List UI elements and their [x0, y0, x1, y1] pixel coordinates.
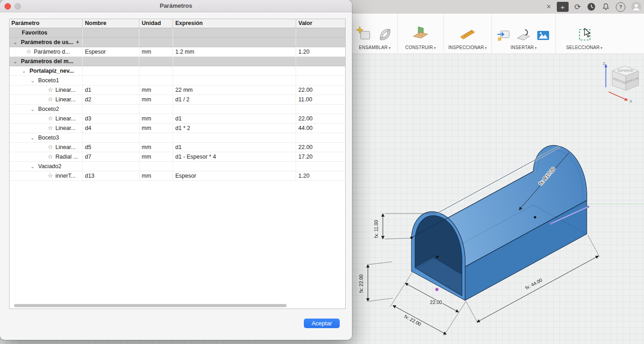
add-user-parameter-icon[interactable]: + [76, 39, 79, 45]
expand-chevron-icon[interactable]: ⌄ [30, 105, 38, 114]
new-tab-button[interactable]: + [557, 2, 569, 12]
cell-c5[interactable]: 44.00 [296, 124, 345, 133]
dimension-label-width[interactable]: 22.00 [430, 299, 442, 305]
tree-row-Vaciado2[interactable]: ⌄Vaciado2 [10, 162, 345, 171]
favorite-star-icon[interactable]: ☆ [26, 47, 34, 56]
param-row-d5[interactable]: ☆Linear...d5mmd122.00 [10, 143, 345, 152]
expand-chevron-icon[interactable]: ⌄ [13, 38, 21, 47]
cell-c3[interactable]: mm [139, 95, 173, 104]
favorite-star-icon[interactable]: ☆ [48, 124, 55, 133]
vertex-point[interactable] [436, 255, 438, 258]
toolbar-group-label[interactable]: CONSTRUIR▾ [405, 45, 436, 50]
cell-c2[interactable]: d4 [83, 124, 139, 133]
dimension-label-left-height[interactable]: fx: 22.00 [358, 274, 364, 293]
job-status-clock-icon[interactable] [587, 2, 596, 11]
expand-chevron-icon[interactable]: ⌄ [13, 57, 21, 66]
tree-row-Parámetros del m...[interactable]: ⌄Parámetros del m... [10, 57, 345, 66]
tree-row-Boceto2[interactable]: ⌄Boceto2 [10, 105, 345, 114]
toolbar-group-construir[interactable]: CONSTRUIR▾ [397, 14, 443, 54]
param-row-d7[interactable]: ☆Radial ...d7mmd1 - Espesor * 417.20 [10, 152, 345, 162]
param-row-d4[interactable]: ☆Linear...d4mmd1 * 244.00 [10, 124, 345, 133]
favorite-star-icon[interactable]: ☆ [48, 95, 55, 104]
tree-row-Boceto3[interactable]: ⌄Boceto3 [10, 133, 345, 143]
expand-chevron-icon[interactable]: ⌄ [22, 66, 30, 75]
cell-c2[interactable]: d5 [83, 143, 139, 152]
sketch-point-selected[interactable] [436, 288, 438, 291]
param-row-d13[interactable]: ☆innerT...d13mmEspesor1.20 [10, 171, 345, 181]
toolbar-group-label[interactable]: SELECCIONAR▾ [566, 45, 602, 50]
help-icon[interactable]: ? [616, 2, 625, 12]
cell-c5[interactable]: 17.20 [296, 152, 345, 161]
cell-c2[interactable]: d2 [83, 95, 139, 104]
cell-c3[interactable]: mm [139, 124, 173, 133]
cell-c5[interactable]: 1.20 [296, 47, 345, 56]
cell-c4[interactable]: d1 - Espesor * 4 [173, 152, 296, 161]
favorite-star-icon[interactable]: ☆ [48, 171, 55, 180]
vertex-point[interactable] [410, 236, 412, 239]
sync-icon[interactable]: ⟳ [575, 3, 581, 11]
user-avatar[interactable] [631, 2, 641, 12]
toolbar-group-label[interactable]: ENSAMBLAR▾ [359, 45, 391, 50]
new-component-icon[interactable] [356, 25, 372, 43]
favorite-star-icon[interactable]: ☆ [48, 143, 55, 152]
cell-c2[interactable]: d7 [83, 152, 139, 161]
column-header-expresion[interactable]: Expresión [173, 19, 296, 28]
dimension-label-length[interactable]: fx: 44.00 [525, 277, 543, 291]
dimension-label-width-fx[interactable]: fx: 22.00 [403, 314, 422, 327]
accept-button[interactable]: Aceptar [304, 319, 340, 328]
joint-icon[interactable] [376, 25, 394, 43]
cell-c5[interactable]: 22.00 [296, 85, 345, 95]
insert-derive-icon[interactable] [496, 27, 511, 43]
column-header-unidad[interactable]: Unidad [139, 19, 173, 28]
insert-mesh-icon[interactable] [515, 27, 531, 43]
toolbar-group-ensamblar[interactable]: ENSAMBLAR▾ [352, 14, 397, 54]
tree-row-Parámetros de us...[interactable]: ⌄Parámetros de us...+ [10, 38, 345, 47]
expand-chevron-icon[interactable]: ⌄ [30, 133, 38, 142]
toolbar-group-label[interactable]: INSPECCIONAR▾ [448, 45, 487, 50]
cell-c4[interactable]: d1 [173, 114, 296, 123]
cell-c2[interactable]: d3 [83, 114, 139, 123]
cell-c2[interactable]: d13 [83, 171, 139, 180]
toolbar-group-label[interactable]: INSERTAR▾ [510, 45, 536, 50]
cell-c4[interactable]: d1 / 2 [173, 95, 296, 104]
cell-c3[interactable]: mm [139, 171, 173, 180]
cell-c3[interactable]: mm [139, 143, 173, 152]
expand-chevron-icon[interactable]: ⌄ [30, 162, 38, 171]
cell-c2[interactable]: Espesor [83, 47, 139, 56]
cell-c5[interactable]: 22.00 [296, 114, 345, 123]
toolbar-group-inspeccionar[interactable]: INSPECCIONAR▾ [443, 14, 491, 54]
view-cube[interactable]: Z X SUPERIOR FRONTAL DERECHA [599, 59, 644, 105]
toolbar-group-insertar[interactable]: INSERTAR▾ [491, 14, 555, 54]
param-row-Espesor[interactable]: ☆Parámetro d...Espesormm1.2 mm1.20 [10, 47, 345, 57]
cell-c4[interactable]: 22 mm [173, 85, 296, 95]
notifications-bell-icon[interactable] [602, 3, 610, 11]
expand-chevron-icon[interactable]: ⌄ [30, 76, 38, 85]
construction-point[interactable] [550, 222, 552, 224]
close-tab-icon[interactable]: × [546, 3, 550, 10]
column-header-parametro[interactable]: Parámetro [10, 19, 83, 28]
horizontal-scrollbar[interactable] [14, 304, 287, 307]
tree-row-Portalapiz_nev...[interactable]: ⌄Portalapiz_nev... [10, 66, 345, 76]
construction-plane-icon[interactable] [411, 25, 430, 43]
favorite-star-icon[interactable]: ☆ [48, 114, 55, 123]
cell-c3[interactable]: mm [139, 152, 173, 161]
cell-c4[interactable]: 1.2 mm [173, 47, 296, 56]
dimension-label-arch-height[interactable]: fx: 11.00 [373, 220, 379, 238]
cell-c3[interactable]: mm [139, 47, 173, 56]
cell-c2[interactable]: d1 [83, 85, 139, 95]
vertex-point[interactable] [534, 216, 536, 218]
cell-c5[interactable]: 22.00 [296, 143, 345, 152]
cell-c3[interactable]: mm [139, 85, 173, 95]
construction-point[interactable] [587, 205, 589, 208]
tree-row-Favoritos[interactable]: Favoritos [10, 28, 345, 38]
measure-ruler-icon[interactable] [459, 25, 477, 43]
dialog-titlebar[interactable]: Parámetros [0, 0, 352, 12]
param-row-d3[interactable]: ☆Linear...d3mmd122.00 [10, 114, 345, 124]
column-header-nombre[interactable]: Nombre [83, 19, 139, 28]
favorite-star-icon[interactable]: ☆ [48, 152, 55, 161]
param-row-d2[interactable]: ☆Linear...d2mmd1 / 211.00 [10, 95, 345, 105]
cell-c5[interactable]: 11.00 [296, 95, 345, 104]
cell-c4[interactable]: d1 [173, 143, 296, 152]
cell-c4[interactable]: d1 * 2 [173, 124, 296, 133]
canvas-image-icon[interactable] [535, 28, 551, 43]
